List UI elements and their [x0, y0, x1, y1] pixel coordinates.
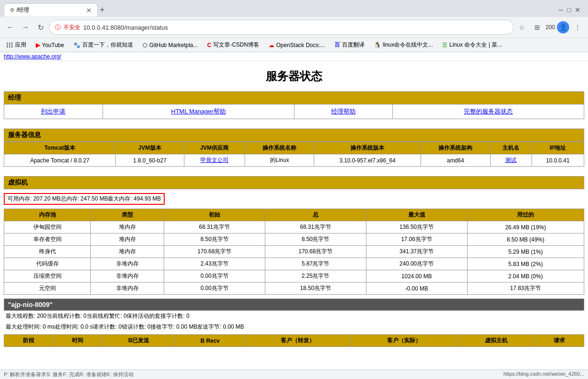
mem-col-type: 类型 — [91, 209, 164, 221]
nav-list-apps[interactable]: 列出申请 — [4, 105, 103, 119]
tab-close-button[interactable]: ✕ — [86, 7, 92, 14]
server-info-section: 服务器信息 Tomcat版本 JVM版本 JVM供应商 操作系统名称 操作系统版… — [4, 129, 584, 167]
memory-row: 代码缓存非堆内存2.43兆字节5.87兆字节240.00兆字节5.83 MB (… — [4, 258, 584, 270]
new-tab-button[interactable]: + — [100, 5, 105, 15]
memory-row: 元空间非堆内存0.00兆字节18.50兆字节-0.00 MB17.83兆字节 — [4, 282, 584, 295]
apache-link-bar: http://www.apache.org/ — [0, 52, 588, 61]
mem-cell-total-3: 5.87兆字节 — [265, 258, 366, 270]
active-tab[interactable]: ⚙ /经理 ✕ — [4, 3, 98, 16]
connector-section: "ajp-nio-8009" 最大线程数: 200当前线程计数: 0当前线程繁忙… — [4, 298, 584, 347]
mem-cell-used-2: 5.29 MB (1%) — [467, 246, 584, 258]
bookmark-openstack[interactable]: ☁ OpenStack Docs:... — [266, 41, 327, 49]
menu-button[interactable]: ⋮ — [571, 21, 584, 34]
os-version-cell: 3.10.0-957.el7.x86_64 — [314, 154, 421, 167]
connector-stats-2: 最大处理时间: 0 ms处理时间: 0.0 s请求计数: 0错误计数: 0接收字… — [4, 322, 584, 332]
col-os-arch: 操作系统架构 — [421, 142, 490, 154]
baidu-icon: 🐾 — [73, 42, 80, 48]
browser-chrome: ⚙ /经理 ✕ + ─ □ ✕ ← → ↻ ⓘ 不安全 10.0.0.41:80… — [0, 0, 588, 52]
mem-cell-used-0: 26.49 MB (19%) — [467, 221, 584, 234]
manager-help-link[interactable]: 经理帮助 — [331, 108, 356, 115]
hostname-link[interactable]: 测试 — [505, 157, 516, 163]
col-tomcat-version: Tomcat版本 — [4, 142, 116, 154]
user-avatar[interactable]: 👤 — [557, 21, 569, 33]
mem-cell-total-5: 18.50兆字节 — [265, 282, 366, 295]
mem-cell-pool-2: 终身代 — [4, 246, 91, 258]
apache-link[interactable]: http://www.apache.org/ — [4, 53, 61, 60]
nav-full-status[interactable]: 完整的服务器状态 — [393, 105, 584, 119]
memory-row: 压缩类空间非堆内存0.00兆字节2.25兆字节1024.00 MB2.04 MB… — [4, 270, 584, 282]
os-arch-cell: amd64 — [421, 154, 490, 167]
gap2 — [4, 169, 584, 176]
memory-table: 内存池 类型 初始 总 最大值 用过的 伊甸园空间堆内存68.31兆字节68.3… — [4, 209, 584, 295]
conn-col-client-forward: 客户（转发） — [245, 335, 351, 347]
conn-col-time: 时间 — [53, 335, 102, 347]
vm-section: 虚拟机 可用内存: 207.20 MB总内存: 247.50 MB最大内存: 4… — [4, 176, 584, 295]
mem-cell-type-4: 非堆内存 — [91, 270, 164, 282]
memory-row: 终身代堆内存170.68兆字节170.68兆字节341.37兆字节5.29 MB… — [4, 246, 584, 258]
bookmark-baidu[interactable]: 🐾 百度一下，你就知道 — [71, 40, 136, 50]
bookmark-youtube[interactable]: ▶ YouTube — [33, 41, 67, 49]
apps-label: 应用 — [15, 41, 26, 49]
mem-cell-max-1: 17.06兆字节 — [366, 234, 467, 246]
forward-button[interactable]: → — [19, 21, 32, 34]
mem-cell-pool-0: 伊甸园空间 — [4, 221, 91, 234]
youtube-label: YouTube — [42, 42, 64, 48]
mem-cell-total-1: 8.50兆字节 — [265, 234, 366, 246]
mem-cell-used-4: 2.04 MB (0%) — [467, 270, 584, 282]
memory-row: 幸存者空间堆内存8.50兆字节8.50兆字节17.06兆字节8.50 MB (4… — [4, 234, 584, 246]
conn-col-client-actual: 客户（实际） — [351, 335, 457, 347]
security-label: 不安全 — [64, 24, 80, 32]
bookmark-baidu-translate[interactable]: 百 百度翻译 — [332, 40, 367, 50]
extension-button[interactable]: ⊞ — [531, 21, 544, 34]
back-button[interactable]: ← — [4, 21, 17, 34]
bookmark-csdn[interactable]: C 写文章-CSDN博客 — [205, 40, 262, 50]
mem-cell-initial-5: 0.00兆字节 — [164, 282, 265, 295]
linux-icon: 🐧 — [374, 42, 381, 48]
mem-cell-total-0: 68.31兆字节 — [265, 221, 366, 234]
linux2-label: Linux 命令大全 | 菜... — [449, 41, 502, 49]
os-name-cell: 的Linux — [245, 154, 314, 167]
full-status-link[interactable]: 完整的服务器状态 — [464, 108, 513, 115]
github-label: GitHub Marketpla... — [149, 42, 198, 48]
mem-cell-max-0: 136.50兆字节 — [366, 221, 467, 234]
col-jvm-version: JVM版本 — [116, 142, 184, 154]
baidu-translate-icon: 百 — [334, 41, 340, 49]
mem-cell-used-1: 8.50 MB (49%) — [467, 234, 584, 246]
bookmark-star-button[interactable]: ☆ — [516, 21, 529, 34]
nav-manager-help[interactable]: 经理帮助 — [294, 105, 393, 119]
nav-bar: ← → ↻ ⓘ 不安全 10.0.0.41:8080/manager/statu… — [0, 17, 588, 38]
openstack-label: OpenStack Docs:... — [276, 42, 325, 48]
close-button[interactable]: ✕ — [575, 6, 580, 14]
jvm-version-cell: 1.8.0_60-b27 — [116, 154, 184, 167]
mem-cell-used-5: 17.83兆字节 — [467, 282, 584, 295]
jvm-vendor-link[interactable]: 甲骨文公司 — [200, 157, 229, 163]
list-apps-link[interactable]: 列出申请 — [41, 108, 65, 115]
address-bar[interactable]: ⓘ 不安全 10.0.0.41:8080/manager/status — [49, 20, 514, 35]
bookmark-github[interactable]: ⬡ GitHub Marketpla... — [140, 41, 200, 49]
html-manager-help-link[interactable]: HTML Manager帮助 — [171, 108, 226, 115]
reload-button[interactable]: ↻ — [34, 21, 47, 34]
conn-col-request: 请求 — [535, 335, 584, 347]
server-info-row: Apache Tomcat / 8.0.27 1.8.0_60-b27 甲骨文公… — [4, 154, 584, 167]
maximize-button[interactable]: □ — [567, 6, 571, 14]
linux2-icon: ☰ — [442, 42, 447, 48]
url-display: 10.0.0.41:8080/manager/status — [83, 24, 508, 31]
mem-cell-pool-3: 代码缓存 — [4, 258, 91, 270]
bookmark-linux2[interactable]: ☰ Linux 命令大全 | 菜... — [439, 40, 505, 50]
ip-cell: 10.0.0.41 — [532, 154, 584, 167]
mem-cell-initial-2: 170.68兆字节 — [164, 246, 265, 258]
csdn-label: 写文章-CSDN博客 — [213, 41, 259, 49]
mem-cell-type-1: 堆内存 — [91, 234, 164, 246]
col-os-name: 操作系统名称 — [245, 142, 314, 154]
manager-nav: 列出申请 HTML Manager帮助 经理帮助 完整的服务器状态 — [4, 105, 584, 119]
vm-memory-wrapper: 可用内存: 207.20 MB总内存: 247.50 MB最大内存: 494.9… — [4, 189, 584, 209]
page-wrapper: 服务器状态 经理 列出申请 HTML Manager帮助 经理帮助 完整的服务器… — [0, 61, 588, 347]
bookmark-linux[interactable]: 🐧 linux命令在线中文... — [371, 40, 436, 50]
nav-html-manager-help[interactable]: HTML Manager帮助 — [103, 105, 294, 119]
minimize-button[interactable]: ─ — [559, 6, 564, 14]
mem-cell-type-3: 非堆内存 — [91, 258, 164, 270]
mem-cell-max-3: 240.00兆字节 — [366, 258, 467, 270]
tomcat-version-cell: Apache Tomcat / 8.0.27 — [4, 154, 116, 167]
mem-col-initial: 初始 — [164, 209, 265, 221]
bookmark-apps[interactable]: 应用 — [4, 40, 29, 50]
